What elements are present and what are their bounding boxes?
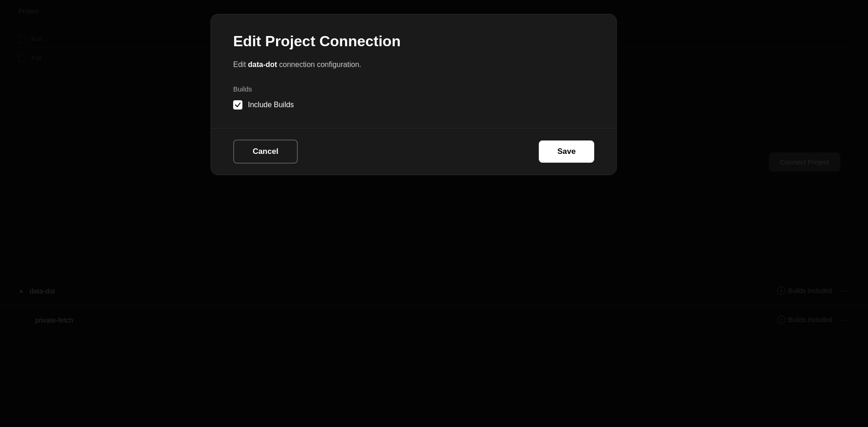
builds-section-label: Builds	[233, 85, 594, 93]
cancel-button[interactable]: Cancel	[233, 140, 298, 164]
modal-body: Edit Project Connection Edit data-dot co…	[211, 14, 616, 128]
edit-project-connection-modal: Edit Project Connection Edit data-dot co…	[211, 14, 617, 175]
include-builds-label: Include Builds	[248, 101, 294, 109]
project-name-bold: data-dot	[248, 61, 277, 68]
modal-title: Edit Project Connection	[233, 33, 594, 50]
include-builds-checkbox-row[interactable]: Include Builds	[233, 100, 594, 110]
description-suffix: connection configuration.	[277, 61, 361, 68]
builds-section: Builds Include Builds	[233, 85, 594, 110]
modal-description: Edit data-dot connection configuration.	[233, 59, 594, 70]
save-button[interactable]: Save	[539, 140, 594, 163]
include-builds-checkbox[interactable]	[233, 100, 242, 110]
modal-footer: Cancel Save	[211, 128, 616, 175]
checkmark-icon	[235, 102, 241, 108]
description-prefix: Edit	[233, 61, 248, 68]
